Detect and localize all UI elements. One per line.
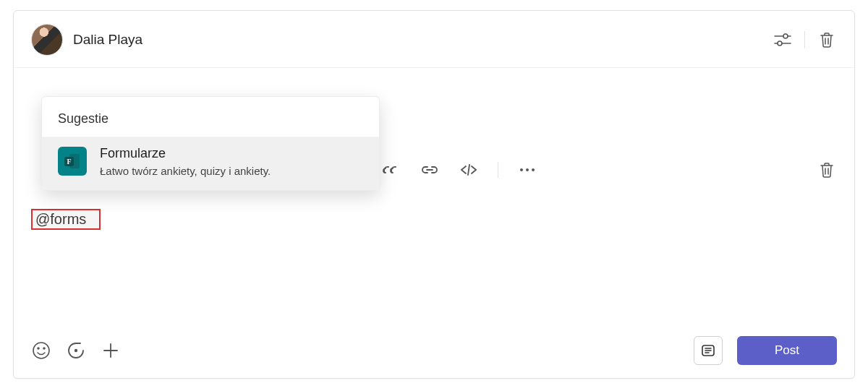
send-options-button[interactable] bbox=[694, 336, 723, 365]
add-icon[interactable] bbox=[101, 340, 121, 361]
svg-point-12 bbox=[38, 348, 39, 349]
avatar bbox=[31, 24, 63, 56]
code-icon[interactable] bbox=[459, 160, 479, 180]
delete-message-icon[interactable] bbox=[817, 160, 837, 180]
header-divider bbox=[804, 31, 805, 48]
suggestion-item-forms[interactable]: F Formularze Łatwo twórz ankiety, quizy … bbox=[42, 137, 379, 190]
suggestions-title: Sugestie bbox=[42, 97, 379, 137]
svg-point-13 bbox=[43, 348, 45, 349]
emoji-icon[interactable] bbox=[31, 340, 51, 361]
suggestion-desc: Łatwo twórz ankiety, quizy i ankiety. bbox=[100, 165, 271, 177]
mention-input[interactable]: @forms bbox=[31, 209, 101, 230]
loop-icon[interactable] bbox=[66, 340, 86, 361]
delete-icon[interactable] bbox=[817, 30, 837, 50]
compose-card: Dalia Playa bbox=[13, 10, 855, 379]
svg-point-3 bbox=[778, 41, 782, 46]
svg-point-14 bbox=[75, 349, 77, 352]
user-name: Dalia Playa bbox=[73, 32, 142, 48]
svg-point-7 bbox=[526, 168, 529, 171]
svg-point-1 bbox=[783, 34, 788, 38]
suggestion-name: Formularze bbox=[100, 146, 271, 162]
link-icon[interactable] bbox=[420, 160, 440, 180]
svg-point-11 bbox=[33, 343, 49, 358]
mention-suggestions-popover: Sugestie F Formularze Łatwo twórz ankiet… bbox=[41, 96, 380, 191]
quote-icon[interactable] bbox=[380, 160, 401, 180]
svg-point-6 bbox=[520, 168, 523, 171]
svg-point-8 bbox=[532, 168, 535, 171]
post-button[interactable]: Post bbox=[737, 336, 837, 365]
forms-app-icon: F bbox=[58, 147, 87, 176]
compose-footer: Post bbox=[31, 336, 837, 365]
more-icon[interactable] bbox=[517, 160, 537, 180]
delivery-options-icon[interactable] bbox=[773, 30, 793, 50]
svg-text:F: F bbox=[67, 158, 71, 166]
compose-header: Dalia Playa bbox=[14, 11, 854, 68]
toolbar-divider bbox=[498, 162, 498, 178]
